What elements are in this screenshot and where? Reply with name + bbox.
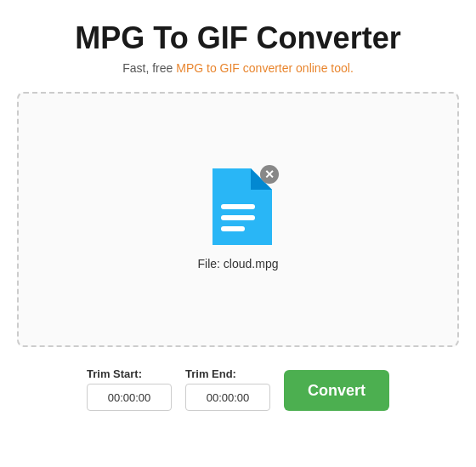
convert-button[interactable]: Convert	[284, 370, 389, 411]
subtitle: Fast, free MPG to GIF converter online t…	[122, 61, 354, 75]
trim-start-group: Trim Start:	[87, 367, 172, 411]
subtitle-highlight: MPG to GIF converter online tool.	[176, 61, 354, 75]
page-title: MPG To GIF Converter	[75, 20, 400, 56]
svg-rect-1	[221, 215, 255, 220]
svg-rect-2	[221, 226, 245, 231]
controls-row: Trim Start: Trim End: Convert	[17, 367, 459, 411]
trim-end-group: Trim End:	[185, 367, 270, 411]
remove-file-button[interactable]: ✕	[260, 165, 279, 184]
file-name: File: cloud.mpg	[198, 257, 279, 271]
drop-zone[interactable]: ✕ File: cloud.mpg	[17, 92, 459, 347]
file-icon-wrapper: ✕	[204, 168, 272, 248]
subtitle-prefix: Fast, free	[122, 61, 176, 75]
trim-start-label: Trim Start:	[87, 367, 142, 380]
trim-end-input[interactable]	[185, 384, 270, 411]
trim-start-input[interactable]	[87, 384, 172, 411]
svg-rect-0	[221, 204, 255, 209]
trim-end-label: Trim End:	[185, 367, 236, 380]
